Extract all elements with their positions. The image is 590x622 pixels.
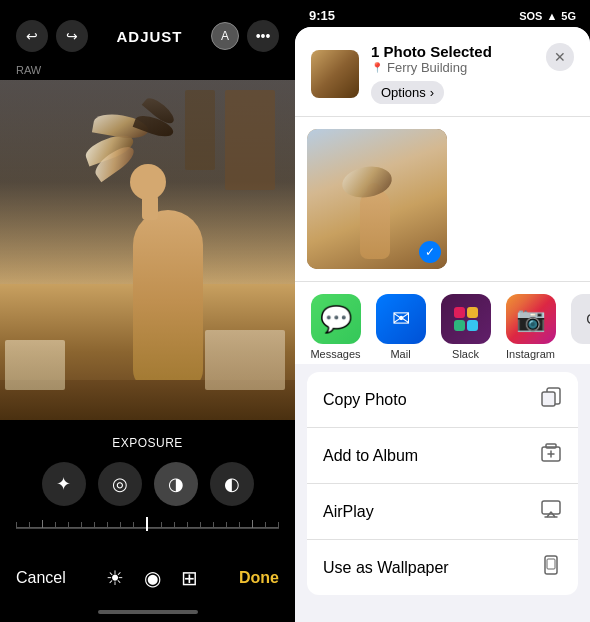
copy-photo-action[interactable]: Copy Photo <box>307 372 578 428</box>
copy-photo-icon <box>540 386 562 413</box>
exposure-slider[interactable] <box>16 518 279 538</box>
share-header: 1 Photo Selected 📍 Ferry Building Option… <box>295 27 590 116</box>
slack-icon <box>441 294 491 344</box>
share-info: 1 Photo Selected 📍 Ferry Building Option… <box>371 43 574 104</box>
exposure-label: EXPOSURE <box>112 436 183 450</box>
undo-button[interactable]: ↩ <box>16 20 48 52</box>
photo-container <box>0 80 295 420</box>
add-to-album-icon <box>540 442 562 469</box>
share-location: 📍 Ferry Building <box>371 60 574 75</box>
raw-label: RAW <box>0 64 295 76</box>
home-indicator <box>98 610 198 614</box>
status-time: 9:15 <box>309 8 335 23</box>
right-panel: 9:15 SOS ▲ 5G 1 Photo Selected 📍 Ferry B… <box>295 0 590 622</box>
close-button[interactable]: ✕ <box>546 43 574 71</box>
location-icon: 📍 <box>371 62 383 73</box>
airplay-action[interactable]: AirPlay <box>307 484 578 540</box>
app-item-mail[interactable]: ✉ Mail <box>368 294 433 360</box>
svg-rect-9 <box>547 559 555 569</box>
tool-buttons: ✦ ◎ ◑ ◐ <box>42 462 254 506</box>
app-item-messages[interactable]: 💬 Messages <box>303 294 368 360</box>
sos-label: SOS <box>519 10 542 22</box>
cancel-button[interactable]: Cancel <box>16 569 66 587</box>
cellular-icon: 5G <box>561 10 576 22</box>
mail-label: Mail <box>390 348 410 360</box>
airplay-icon <box>540 498 562 525</box>
share-sheet: 1 Photo Selected 📍 Ferry Building Option… <box>295 27 590 622</box>
redo-button[interactable]: ↪ <box>56 20 88 52</box>
auto-tool-button[interactable]: ✦ <box>42 462 86 506</box>
bottom-bar: Cancel ☀ ◉ ⊞ Done <box>0 554 295 610</box>
wifi-icon: ▲ <box>546 10 557 22</box>
crate-element-2 <box>5 340 65 390</box>
instagram-label: Instagram <box>506 348 555 360</box>
airplay-label: AirPlay <box>323 503 374 521</box>
photo-thumbnail[interactable]: ✓ <box>307 129 447 269</box>
left-header: ↩ ↪ ADJUST A ••• <box>0 0 295 64</box>
app-item-slack[interactable]: Slack <box>433 294 498 360</box>
share-thumbnail <box>311 50 359 98</box>
header-right: A ••• <box>211 20 279 52</box>
action-list: Copy Photo Add to Album <box>295 364 590 622</box>
profile-avatar[interactable]: A <box>211 22 239 50</box>
svg-rect-1 <box>542 392 555 406</box>
messages-label: Messages <box>310 348 360 360</box>
location-name: Ferry Building <box>387 60 467 75</box>
sun-icon[interactable]: ☀ <box>106 566 124 590</box>
options-button[interactable]: Options › <box>371 81 444 104</box>
mail-icon: ✉ <box>376 294 426 344</box>
messages-icon: 💬 <box>311 294 361 344</box>
options-label: Options <box>381 85 426 100</box>
crop-icon[interactable]: ⊞ <box>181 566 198 590</box>
copy-photo-label: Copy Photo <box>323 391 407 409</box>
shelf-element <box>225 90 275 190</box>
add-to-album-label: Add to Album <box>323 447 418 465</box>
mannequin-torso <box>133 210 203 390</box>
status-icons: SOS ▲ 5G <box>519 10 576 22</box>
feather-decoration <box>83 120 203 190</box>
history-tool-button[interactable]: ◎ <box>98 462 142 506</box>
more-apps-icon: Go <box>571 294 591 344</box>
slider-track <box>16 527 279 529</box>
chevron-right-icon: › <box>430 85 434 100</box>
instagram-icon: 📷 <box>506 294 556 344</box>
photo-background <box>0 80 295 420</box>
app-item-more[interactable]: Go <box>563 294 590 360</box>
status-bar: 9:15 SOS ▲ 5G <box>295 0 590 27</box>
left-panel: ↩ ↪ ADJUST A ••• RAW <box>0 0 295 622</box>
photo-selected-checkmark: ✓ <box>419 241 441 263</box>
face-icon[interactable]: ◉ <box>144 566 161 590</box>
use-as-wallpaper-action[interactable]: Use as Wallpaper <box>307 540 578 595</box>
crate-element <box>205 330 285 390</box>
photo-strip: ✓ <box>295 116 590 281</box>
bottom-icons: ☀ ◉ ⊞ <box>106 566 198 590</box>
done-button[interactable]: Done <box>239 569 279 587</box>
slack-label: Slack <box>452 348 479 360</box>
app-item-instagram[interactable]: 📷 Instagram <box>498 294 563 360</box>
svg-rect-3 <box>546 444 556 448</box>
app-row: 💬 Messages ✉ Mail Slack � <box>295 281 590 364</box>
action-group: Copy Photo Add to Album <box>307 372 578 595</box>
contrast-tool-button[interactable]: ◑ <box>154 462 198 506</box>
more-button[interactable]: ••• <box>247 20 279 52</box>
add-to-album-action[interactable]: Add to Album <box>307 428 578 484</box>
brightness-tool-button[interactable]: ◐ <box>210 462 254 506</box>
adjust-title: ADJUST <box>116 28 182 45</box>
exposure-section: EXPOSURE ✦ ◎ ◑ ◐ <box>0 420 295 554</box>
wallpaper-icon <box>540 554 562 581</box>
share-photo-count: 1 Photo Selected <box>371 43 574 60</box>
use-as-wallpaper-label: Use as Wallpaper <box>323 559 449 577</box>
